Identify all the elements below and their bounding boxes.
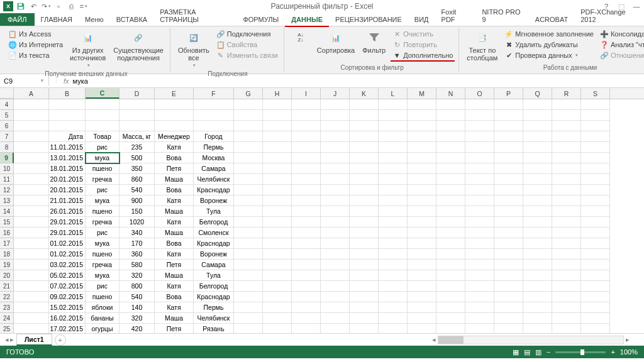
cell[interactable] xyxy=(523,121,552,131)
cell[interactable]: рис xyxy=(86,142,119,153)
cell[interactable] xyxy=(350,270,379,281)
tab-review[interactable]: РЕЦЕНЗИРОВАНИЕ xyxy=(329,13,408,26)
cell[interactable] xyxy=(350,163,379,174)
cell[interactable] xyxy=(292,238,321,249)
cell[interactable] xyxy=(321,110,350,121)
cell[interactable]: 29.01.2015 xyxy=(49,217,86,228)
cell[interactable] xyxy=(436,292,465,302)
cell[interactable]: 01.02.2015 xyxy=(49,238,86,249)
cell[interactable] xyxy=(523,228,552,238)
cell[interactable] xyxy=(292,313,321,324)
cell[interactable]: 03.02.2015 xyxy=(49,260,86,270)
cell[interactable] xyxy=(408,153,436,163)
cell[interactable] xyxy=(465,217,494,228)
cell[interactable]: Челябинск xyxy=(194,174,234,185)
cell[interactable]: 29.01.2015 xyxy=(49,228,86,238)
cell[interactable] xyxy=(14,302,49,313)
cell[interactable] xyxy=(234,110,263,121)
cell[interactable] xyxy=(234,131,263,142)
cell[interactable] xyxy=(465,174,494,185)
cell[interactable] xyxy=(436,131,465,142)
cell[interactable] xyxy=(234,324,263,333)
cell[interactable]: 09.02.2015 xyxy=(49,292,86,302)
tab-insert[interactable]: ВСТАВКА xyxy=(110,13,153,26)
cell[interactable] xyxy=(263,238,292,249)
cell[interactable] xyxy=(350,302,379,313)
cell[interactable]: 900 xyxy=(119,195,155,206)
cell[interactable] xyxy=(465,121,494,131)
cell[interactable]: Смоленск xyxy=(194,228,234,238)
cell[interactable] xyxy=(263,302,292,313)
cell[interactable] xyxy=(581,313,610,324)
cell[interactable]: мука xyxy=(86,238,119,249)
cell[interactable] xyxy=(350,217,379,228)
cell[interactable] xyxy=(523,110,552,121)
cell[interactable]: 500 xyxy=(119,153,155,163)
row-header[interactable]: 10 xyxy=(0,163,14,174)
cell[interactable] xyxy=(581,153,610,163)
cell[interactable]: 540 xyxy=(119,292,155,302)
cell[interactable] xyxy=(523,185,552,195)
cell[interactable]: пшено xyxy=(86,206,119,217)
cell[interactable] xyxy=(321,270,350,281)
cell[interactable]: Тула xyxy=(194,206,234,217)
cell[interactable] xyxy=(581,206,610,217)
cell[interactable] xyxy=(408,238,436,249)
cell[interactable]: гречка xyxy=(86,174,119,185)
cell[interactable] xyxy=(14,249,49,260)
cell[interactable] xyxy=(436,270,465,281)
view-layout-icon[interactable]: ▤ xyxy=(524,348,530,356)
cell[interactable]: Воронеж xyxy=(194,249,234,260)
cell[interactable] xyxy=(436,174,465,185)
col-header[interactable]: Q xyxy=(523,88,552,99)
cell[interactable] xyxy=(292,185,321,195)
cell[interactable] xyxy=(523,206,552,217)
cell[interactable] xyxy=(552,270,581,281)
cell[interactable] xyxy=(494,142,523,153)
cell[interactable] xyxy=(465,131,494,142)
cell[interactable] xyxy=(523,163,552,174)
cell[interactable]: рис xyxy=(86,228,119,238)
cell[interactable] xyxy=(552,281,581,292)
cell[interactable] xyxy=(292,324,321,333)
cell[interactable] xyxy=(379,174,408,185)
cell[interactable]: 170 xyxy=(119,238,155,249)
cell[interactable]: пшено xyxy=(86,163,119,174)
cell[interactable] xyxy=(494,99,523,110)
cell[interactable] xyxy=(14,206,49,217)
cell[interactable] xyxy=(581,163,610,174)
cell[interactable] xyxy=(494,174,523,185)
cell[interactable] xyxy=(350,228,379,238)
filter-button[interactable]: Фильтр xyxy=(360,29,388,55)
cell[interactable] xyxy=(234,153,263,163)
cell[interactable] xyxy=(494,292,523,302)
cell[interactable] xyxy=(263,121,292,131)
cell[interactable]: Вова xyxy=(155,153,194,163)
cell[interactable]: гречка xyxy=(86,260,119,270)
cell[interactable] xyxy=(523,324,552,333)
row-header[interactable]: 24 xyxy=(0,313,14,324)
cell[interactable] xyxy=(379,260,408,270)
cell[interactable]: Маша xyxy=(155,206,194,217)
whatif-button[interactable]: ❓Анализ "что если" xyxy=(598,40,644,50)
cell[interactable]: мука xyxy=(86,270,119,281)
from-access-button[interactable]: 📋Из Access xyxy=(6,29,65,39)
qat-save-icon[interactable] xyxy=(15,1,26,12)
cell[interactable] xyxy=(494,270,523,281)
cell[interactable]: 360 xyxy=(119,249,155,260)
cell[interactable] xyxy=(263,313,292,324)
cell[interactable]: Краснодар xyxy=(194,292,234,302)
cell[interactable] xyxy=(523,270,552,281)
zoom-level[interactable]: 100% xyxy=(620,348,638,356)
cell[interactable] xyxy=(86,99,119,110)
cell[interactable] xyxy=(552,195,581,206)
row-header[interactable]: 25 xyxy=(0,324,14,333)
cell[interactable] xyxy=(552,324,581,333)
cell[interactable] xyxy=(234,313,263,324)
cell[interactable]: 05.02.2015 xyxy=(49,270,86,281)
cell[interactable] xyxy=(436,142,465,153)
select-all-corner[interactable] xyxy=(0,88,14,99)
cell[interactable]: огурцы xyxy=(86,324,119,333)
col-header[interactable]: D xyxy=(119,88,155,99)
cell[interactable] xyxy=(552,217,581,228)
